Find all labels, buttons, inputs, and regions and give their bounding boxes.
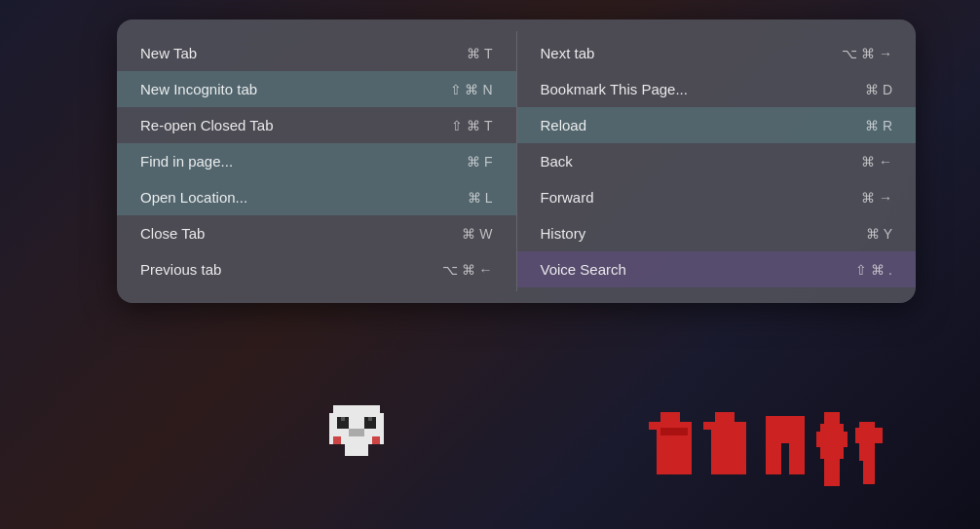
menu-item-label: Previous tab — [140, 261, 221, 278]
svg-rect-18 — [715, 412, 735, 428]
menu-item-label: History — [541, 225, 586, 242]
menu-item-shortcut: ⌥ ⌘ ← — [442, 262, 493, 278]
svg-rect-13 — [660, 412, 680, 428]
menu-item-shortcut: ⌘ L — [468, 190, 493, 206]
menu-item-shortcut: ⌘ → — [861, 190, 892, 206]
menu-item-label: Re-open Closed Tab — [140, 117, 273, 133]
menu-item-new-incognito-tab[interactable]: New Incognito tab⇧ ⌘ N — [117, 71, 516, 107]
pixel-items-decoration — [649, 412, 902, 500]
svg-rect-16 — [660, 428, 688, 435]
svg-rect-27 — [840, 432, 848, 447]
menu-item-next-tab[interactable]: Next tab⌥ ⌘ → — [517, 35, 917, 71]
menu-item-forward[interactable]: Forward⌘ → — [517, 179, 917, 215]
menu-item-voice-search[interactable]: Voice Search⇧ ⌘ . — [517, 251, 917, 287]
menu-item-new-tab[interactable]: New Tab⌘ T — [117, 35, 516, 71]
svg-rect-28 — [824, 459, 832, 486]
menu-item-open-location[interactable]: Open Location...⌘ L — [117, 179, 516, 215]
svg-rect-10 — [333, 436, 341, 444]
svg-rect-23 — [789, 443, 805, 474]
menu-item-label: Find in page... — [140, 153, 233, 170]
svg-rect-29 — [832, 459, 840, 486]
svg-rect-32 — [875, 428, 883, 443]
svg-rect-21 — [766, 416, 805, 443]
menu-item-label: Reload — [541, 117, 587, 133]
menu-item-previous-tab[interactable]: Previous tab⌥ ⌘ ← — [117, 251, 516, 287]
svg-rect-34 — [869, 461, 875, 484]
menu-item-close-tab[interactable]: Close Tab⌘ W — [117, 215, 516, 251]
menu-item-history[interactable]: History⌘ Y — [517, 215, 917, 251]
menu-item-shortcut: ⇧ ⌘ N — [450, 82, 493, 97]
menu-item-label: Next tab — [541, 45, 595, 61]
pixel-skull-decoration — [321, 401, 392, 475]
menu-item-label: New Tab — [140, 45, 197, 61]
svg-rect-6 — [349, 429, 364, 436]
svg-rect-4 — [341, 417, 345, 421]
menu-item-shortcut: ⌘ T — [467, 46, 492, 61]
menu-item-shortcut: ⌘ Y — [866, 226, 892, 242]
svg-rect-22 — [766, 443, 781, 474]
menu-item-shortcut: ⌘ ← — [861, 154, 892, 170]
menu-item-shortcut: ⌘ D — [865, 82, 892, 97]
menu-item-shortcut: ⌥ ⌘ → — [842, 46, 892, 61]
menu-item-bookmark-this-page[interactable]: Bookmark This Page...⌘ D — [517, 71, 917, 107]
svg-rect-11 — [372, 436, 380, 444]
menu-item-back[interactable]: Back⌘ ← — [517, 143, 917, 179]
svg-rect-24 — [824, 412, 840, 424]
menu-item-label: Back — [541, 153, 573, 170]
menu-item-label: Bookmark This Page... — [541, 81, 688, 97]
menu-item-shortcut: ⌘ W — [462, 226, 492, 242]
svg-rect-5 — [368, 417, 372, 421]
menu-item-find-in-page[interactable]: Find in page...⌘ F — [117, 143, 516, 179]
menu-item-reopen-closed-tab[interactable]: Re-open Closed Tab⇧ ⌘ T — [117, 107, 516, 143]
menu-item-label: Close Tab — [140, 225, 205, 242]
menu-item-shortcut: ⌘ R — [865, 118, 892, 133]
svg-rect-33 — [863, 461, 869, 484]
svg-rect-20 — [711, 428, 746, 474]
svg-rect-26 — [816, 432, 824, 447]
svg-rect-31 — [855, 428, 863, 443]
menu-item-label: Open Location... — [140, 189, 247, 206]
svg-rect-7 — [345, 444, 353, 456]
menu-item-label: Forward — [541, 189, 594, 206]
svg-rect-9 — [360, 444, 368, 456]
menu-item-label: Voice Search — [541, 261, 626, 278]
context-menu: New Tab⌘ TNew Incognito tab⇧ ⌘ NRe-open … — [117, 19, 916, 303]
menu-item-shortcut: ⌘ F — [467, 154, 492, 170]
menu-item-shortcut: ⇧ ⌘ . — [855, 262, 892, 278]
menu-left-column: New Tab⌘ TNew Incognito tab⇧ ⌘ NRe-open … — [117, 31, 517, 291]
menu-item-reload[interactable]: Reload⌘ R — [517, 107, 917, 143]
svg-rect-8 — [353, 444, 360, 456]
menu-item-label: New Incognito tab — [140, 81, 257, 97]
menu-item-shortcut: ⇧ ⌘ T — [451, 118, 492, 133]
menu-right-column: Next tab⌥ ⌘ →Bookmark This Page...⌘ DRel… — [517, 31, 917, 291]
